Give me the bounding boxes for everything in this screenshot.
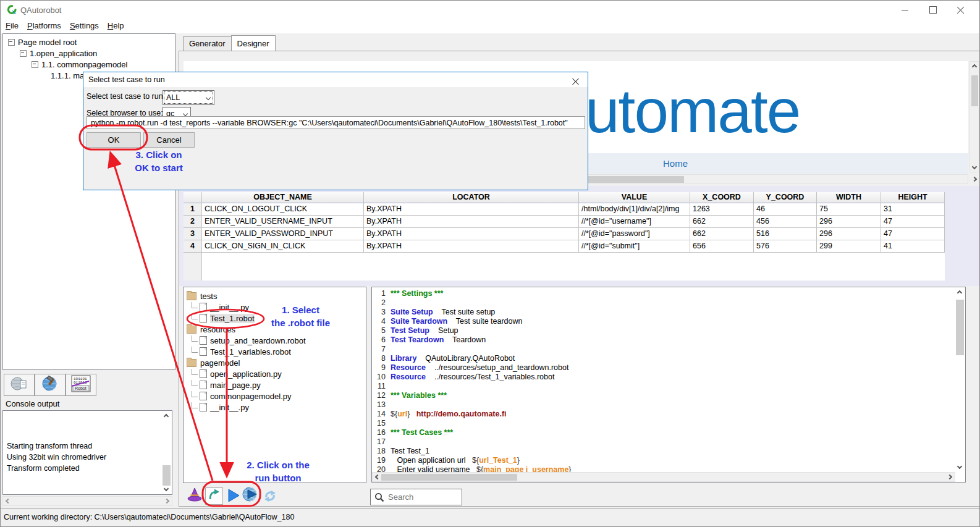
editor-code: ${url} http://demo.qautomate.fi xyxy=(391,410,507,419)
menu-help[interactable]: Help xyxy=(108,21,124,30)
browser-vscrollbar[interactable] xyxy=(969,61,979,172)
table-cell: By.XPATH xyxy=(364,228,579,240)
open-export-button[interactable] xyxy=(205,487,223,505)
page-tree-item[interactable]: 1.open_application xyxy=(3,48,175,59)
expander-icon[interactable] xyxy=(8,39,15,46)
table-cell: 31 xyxy=(881,203,945,216)
menu-file[interactable]: File xyxy=(6,21,19,30)
run-browser-button[interactable] xyxy=(242,487,258,504)
editor-code: Test Test_1 xyxy=(391,447,429,456)
editor-scroll-up[interactable] xyxy=(955,288,965,298)
file-item[interactable]: commonpagemodel.py xyxy=(184,390,366,402)
editor-line: 1*** Settings *** xyxy=(372,289,953,298)
menu-settings[interactable]: Settings xyxy=(70,21,99,30)
console-scroll-down[interactable] xyxy=(161,484,171,494)
console-scroll-right[interactable] xyxy=(162,496,172,506)
editor-code: Resource ../resources/Test_1_variables.r… xyxy=(391,373,554,382)
refresh-button[interactable] xyxy=(261,489,278,505)
file-item[interactable]: pagemodel xyxy=(184,357,366,368)
file-item[interactable]: open_application.py xyxy=(184,368,366,379)
tab-designer[interactable]: Designer xyxy=(231,35,276,51)
line-number: 12 xyxy=(372,391,386,400)
browser-scroll-down[interactable] xyxy=(969,162,979,172)
expander-icon[interactable] xyxy=(20,50,27,57)
row-number-cell: 3 xyxy=(184,228,202,240)
file-item[interactable]: Test_1_variables.robot xyxy=(184,346,366,357)
search-input[interactable] xyxy=(387,492,460,502)
editor-line: 3Suite Setup Test suite setup xyxy=(372,308,953,317)
table-header-cell[interactable]: WIDTH xyxy=(817,192,881,203)
editor-vscrollbar-thumb[interactable] xyxy=(956,300,964,355)
editor-scroll-right[interactable] xyxy=(945,472,955,482)
table-row[interactable]: 1CLICK_ON_LOGOUT_CLICKBy.XPATH/html/body… xyxy=(184,203,945,216)
line-number: 10 xyxy=(372,373,386,382)
console-scroll-left[interactable] xyxy=(3,496,13,506)
table-cell: 41 xyxy=(881,240,945,253)
annotation-step2: 2. Click on the run button xyxy=(238,458,318,484)
build-globe-button[interactable] xyxy=(35,374,65,396)
console-line: Starting transform thread xyxy=(7,441,106,452)
editor-line: 16*** Test Cases *** xyxy=(372,428,953,437)
table-header-cell[interactable]: X_COORD xyxy=(690,192,754,203)
page-tree-item[interactable]: 1.1. commonpagemodel xyxy=(3,59,175,70)
maximize-button[interactable] xyxy=(919,1,947,19)
table-row[interactable]: 4CLICK_ON_SIGN_IN_CLICKBy.XPATH//*[@id="… xyxy=(184,240,945,253)
tab-generator[interactable]: Generator xyxy=(183,36,232,51)
table-header-cell[interactable]: VALUE xyxy=(579,192,690,203)
close-button[interactable] xyxy=(947,1,974,19)
table-header-cell[interactable]: OBJECT_NAME xyxy=(202,192,364,203)
page-tree-item-label: 1.1. commonpagemodel xyxy=(41,60,127,69)
qautomate-logo-text: utomate xyxy=(585,80,800,141)
editor-line: 4Suite Teardown Test suite teardown xyxy=(372,317,953,326)
minimize-button[interactable] xyxy=(891,1,919,19)
table-cell: CLICK_ON_SIGN_IN_CLICK xyxy=(202,240,364,253)
editor-hscrollbar-thumb[interactable] xyxy=(381,474,517,481)
table-cell: 75 xyxy=(817,203,881,216)
file-item[interactable]: tests xyxy=(184,290,366,301)
editor-line: 19 Open application url ${url_Test_1} xyxy=(372,456,953,465)
table-header-cell[interactable]: HEIGHT xyxy=(881,192,945,203)
editor-code: Test Setup Setup xyxy=(391,326,458,335)
editor-scroll-down[interactable] xyxy=(955,462,965,471)
browser-vscrollbar-thumb[interactable] xyxy=(971,75,978,106)
search-icon xyxy=(374,492,384,505)
editor-code: Suite Teardown Test suite teardown xyxy=(391,317,523,326)
dialog-close-icon[interactable] xyxy=(572,76,579,87)
cancel-button[interactable]: Cancel xyxy=(143,132,195,148)
table-row[interactable]: 2ENTER_VALID_USERNAME_INPUTBy.XPATH//*[@… xyxy=(184,216,945,228)
editor-hscrollbar[interactable] xyxy=(372,472,955,482)
table-cell: 576 xyxy=(754,240,817,253)
table-header-cell[interactable]: LOCATOR xyxy=(364,192,579,203)
robot-code-button[interactable]: 101101011010Robot xyxy=(65,374,96,396)
object-table-header: OBJECT_NAMELOCATORVALUEX_COORDY_COORDWID… xyxy=(184,192,945,203)
console-hscrollbar[interactable] xyxy=(2,496,172,506)
file-item[interactable]: main_page.py xyxy=(184,379,366,390)
window-title: QAutorobot xyxy=(20,6,62,15)
transform-page-button[interactable] xyxy=(4,374,35,396)
table-cell: 516 xyxy=(754,228,817,240)
editor-line: 7 xyxy=(372,345,953,354)
file-item[interactable]: setup_and_teardown.robot xyxy=(184,335,366,346)
browser-scroll-up[interactable] xyxy=(969,62,979,72)
testcase-select-value: ALL xyxy=(166,93,180,102)
editor-line: 9Resource ../resources/setup_and_teardow… xyxy=(372,363,953,373)
file-item[interactable]: __init__.py xyxy=(184,402,366,413)
console-scroll-up[interactable] xyxy=(161,411,171,421)
home-link[interactable]: Home xyxy=(663,158,688,169)
console-scrollbar-thumb[interactable] xyxy=(163,465,171,486)
run-button[interactable] xyxy=(225,489,242,505)
browser-scroll-right[interactable] xyxy=(969,174,979,184)
robot-editor[interactable]: 1*** Settings ***23Suite Setup Test suit… xyxy=(371,287,966,483)
testcase-select[interactable]: ALL xyxy=(163,90,214,105)
table-cell: By.XPATH xyxy=(364,203,579,216)
run-browser-icon xyxy=(242,486,258,505)
table-row[interactable]: 3ENTER_VALID_PASSWORD_INPUTBy.XPATH//*[@… xyxy=(184,228,945,240)
wizard-button[interactable] xyxy=(186,488,203,504)
menu-platforms[interactable]: Platforms xyxy=(27,21,61,30)
page-tree-item[interactable]: Page model root xyxy=(3,36,175,48)
command-field[interactable]: python -m robot.run -d test_reports --va… xyxy=(87,116,585,129)
table-header-cell[interactable]: Y_COORD xyxy=(754,192,817,203)
expander-icon[interactable] xyxy=(32,61,38,68)
ok-button[interactable]: OK xyxy=(87,132,141,148)
file-icon xyxy=(200,347,207,356)
